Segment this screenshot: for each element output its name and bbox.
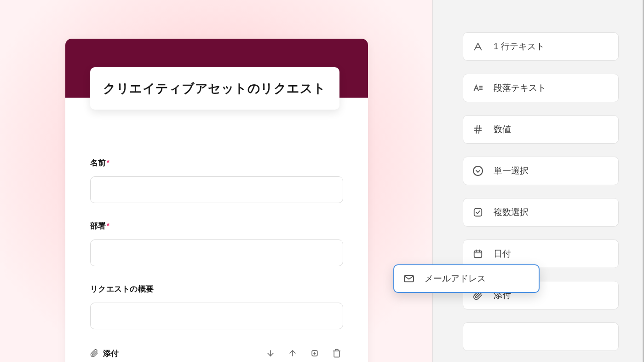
mail-icon <box>403 273 414 284</box>
svg-line-11 <box>479 126 480 134</box>
paperclip-icon <box>90 349 98 358</box>
field-attachment-label: 添付 <box>90 348 119 359</box>
chevron-down-circle-icon <box>472 165 483 176</box>
field-department-group: 部署* <box>90 221 343 266</box>
field-actions <box>264 347 343 360</box>
paragraph-icon <box>472 82 483 93</box>
field-type-date[interactable]: 日付 <box>463 239 619 268</box>
required-mark: * <box>107 158 110 168</box>
duplicate-button[interactable] <box>308 347 321 360</box>
field-type-list: 1 行テキスト 段落テキスト 数値 単一選択 複数選択 <box>463 32 619 351</box>
field-name-label: 名前* <box>90 158 343 168</box>
move-down-button[interactable] <box>264 347 277 360</box>
form-body: 名前* 部署* リクエストの概要 <box>65 98 368 362</box>
hash-icon <box>472 124 483 135</box>
field-type-sidebar: 1 行テキスト 段落テキスト 数値 単一選択 複数選択 <box>432 0 644 362</box>
svg-rect-14 <box>474 251 482 258</box>
field-type-multi-select[interactable]: 複数選択 <box>463 198 619 227</box>
delete-button[interactable] <box>330 347 343 360</box>
field-attachment-group: 添付 <box>90 347 343 362</box>
form-container: クリエイティブアセットのリクエスト 名前* 部署* リクエストの概要 <box>65 39 368 362</box>
svg-rect-13 <box>474 209 482 216</box>
svg-point-12 <box>473 166 483 175</box>
form-title-card: クリエイティブアセットのリクエスト <box>90 67 339 110</box>
move-up-button[interactable] <box>286 347 299 360</box>
form-title: クリエイティブアセットのリクエスト <box>103 80 327 97</box>
field-type-single-line-text[interactable]: 1 行テキスト <box>463 32 619 61</box>
text-icon <box>472 41 483 52</box>
field-name-input[interactable] <box>90 176 343 203</box>
field-summary-group: リクエストの概要 <box>90 284 343 329</box>
required-mark: * <box>107 222 110 231</box>
form-preview-panel: クリエイティブアセットのリクエスト 名前* 部署* リクエストの概要 <box>0 0 432 362</box>
field-department-label: 部署* <box>90 221 343 231</box>
field-department-input[interactable] <box>90 239 343 266</box>
field-type-number[interactable]: 数値 <box>463 115 619 144</box>
field-name-group: 名前* <box>90 158 343 203</box>
checkbox-icon <box>472 207 483 218</box>
field-summary-label: リクエストの概要 <box>90 284 343 294</box>
field-type-single-select[interactable]: 単一選択 <box>463 157 619 185</box>
calendar-icon <box>472 248 483 259</box>
field-type-email-dragging[interactable]: メールアドレス <box>393 264 540 293</box>
attachment-row: 添付 <box>90 347 343 360</box>
svg-line-10 <box>476 126 477 134</box>
field-type-placeholder-slot <box>463 322 619 351</box>
field-type-paragraph-text[interactable]: 段落テキスト <box>463 74 619 102</box>
field-summary-input[interactable] <box>90 303 343 329</box>
